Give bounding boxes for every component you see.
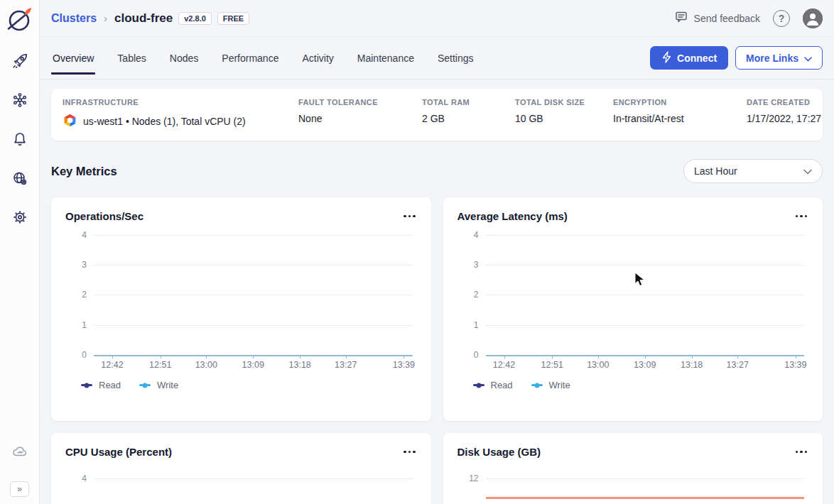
content: INFRASTRUCTURE us-w (40, 80, 834, 504)
info-field-total-ram: TOTAL RAM 2 GB (422, 98, 515, 130)
legend-write[interactable]: Write (531, 380, 570, 390)
chart-average-latency: Average Latency (ms) 4 3 2 1 0 (443, 197, 823, 421)
total-ram-value: 2 GB (422, 113, 515, 124)
x-axis-labels: 12:42 12:51 13:00 13:09 13:18 13:27 13:3… (94, 360, 413, 373)
legend-read[interactable]: Read (81, 380, 121, 390)
infrastructure-value: us-west1 • Nodes (1), Total vCPU (2) (83, 116, 246, 127)
plan-badge: FREE (217, 12, 249, 25)
send-feedback-button[interactable]: Send feedback (674, 10, 760, 26)
brand-logo-icon[interactable] (4, 4, 36, 35)
info-field-encryption: ENCRYPTION In-transit/At-rest (613, 98, 747, 130)
field-label: FAULT TOLERANCE (298, 98, 422, 106)
chart-title: CPU Usage (Percent) (65, 446, 172, 458)
chart-menu-icon[interactable] (794, 212, 809, 221)
chart-title: Operations/Sec (65, 210, 143, 222)
time-range-value: Last Hour (694, 165, 737, 177)
fault-tolerance-value: None (298, 113, 422, 124)
info-field-infrastructure: INFRASTRUCTURE us-w (63, 98, 298, 130)
sidebar-expand-button[interactable]: » (10, 481, 29, 497)
legend-read[interactable]: Read (473, 380, 513, 390)
cloud-icon[interactable] (9, 442, 31, 463)
time-range-select[interactable]: Last Hour (683, 159, 823, 183)
total-disk-value: 10 GB (515, 113, 613, 124)
read-series-marker (81, 384, 92, 386)
info-field-total-disk: TOTAL DISK SIZE 10 GB (515, 98, 613, 130)
tab-tables[interactable]: Tables (116, 37, 147, 79)
tab-performance[interactable]: Performance (220, 37, 280, 79)
write-series-marker (139, 384, 151, 386)
tab-nodes[interactable]: Nodes (168, 37, 200, 79)
chevron-down-icon (803, 165, 812, 177)
sidebar-nav (9, 50, 31, 228)
send-feedback-label: Send feedback (694, 13, 760, 24)
globe-settings-icon[interactable] (9, 168, 31, 189)
tab-bar: Overview Tables Nodes Performance Activi… (40, 37, 834, 80)
chart-legend: Read Write (81, 380, 417, 390)
field-label: DATE CREATED (747, 98, 811, 106)
info-field-fault-tolerance: FAULT TOLERANCE None (298, 98, 422, 130)
feedback-chat-icon (674, 10, 688, 26)
cluster-network-icon[interactable] (9, 89, 31, 111)
key-metrics-heading: Key Metrics (51, 165, 117, 178)
breadcrumb-separator: › (104, 12, 107, 24)
version-badge: v2.8.0 (178, 12, 212, 25)
chart-plot-area: 4 3 2 1 0 12:42 12:5 (65, 235, 417, 356)
cluster-name: cloud-free (114, 11, 173, 26)
user-avatar[interactable] (803, 9, 823, 28)
sidebar: » (0, 0, 40, 504)
x-axis-labels: 12:42 12:51 13:00 13:09 13:18 13:27 13:3… (486, 360, 805, 373)
gcp-icon (63, 113, 77, 130)
chart-plot-area: 12 (457, 469, 809, 504)
app-root: » Clusters › cloud-free v2.8.0 FREE (0, 0, 834, 504)
help-icon[interactable]: ? (773, 10, 790, 27)
chart-title: Disk Usage (GB) (457, 446, 541, 458)
chart-cpu-usage: CPU Usage (Percent) 4 (51, 433, 431, 504)
info-field-date-created: DATE CREATED 1/17/2022, 17:27 (747, 98, 811, 130)
field-label: ENCRYPTION (613, 98, 747, 106)
chart-menu-icon[interactable] (794, 448, 809, 456)
more-links-label: More Links (746, 53, 798, 64)
more-links-button[interactable]: More Links (735, 46, 823, 70)
field-label: TOTAL RAM (422, 98, 515, 106)
disk-capacity-line (486, 497, 805, 499)
chart-menu-icon[interactable] (402, 448, 417, 456)
connect-button[interactable]: Connect (650, 46, 728, 70)
tab-maintenance[interactable]: Maintenance (356, 37, 416, 79)
chart-plot-area: 4 (65, 469, 417, 504)
field-label: INFRASTRUCTURE (63, 98, 298, 106)
cluster-info-card: INFRASTRUCTURE us-w (51, 89, 823, 141)
bell-icon[interactable] (9, 128, 31, 150)
chart-menu-icon[interactable] (402, 212, 417, 221)
read-series-marker (473, 384, 484, 386)
lightning-icon (661, 51, 672, 65)
chart-legend: Read Write (473, 380, 809, 390)
chart-plot-area: 4 3 2 1 0 12:42 12:5 (457, 235, 809, 356)
top-bar: Clusters › cloud-free v2.8.0 FREE Send f… (40, 0, 834, 37)
gear-icon[interactable] (9, 207, 31, 228)
connect-label: Connect (677, 53, 717, 64)
date-created-value: 1/17/2022, 17:27 (747, 113, 811, 124)
tab-activity[interactable]: Activity (300, 37, 335, 79)
chart-disk-usage: Disk Usage (GB) 12 (443, 433, 823, 504)
breadcrumb-clusters-link[interactable]: Clusters (51, 12, 97, 25)
chart-title: Average Latency (ms) (457, 210, 568, 222)
tab-overview[interactable]: Overview (51, 37, 95, 79)
encryption-value: In-transit/At-rest (613, 113, 747, 124)
legend-write[interactable]: Write (139, 380, 178, 390)
rocket-icon[interactable] (9, 50, 31, 72)
write-series-marker (531, 384, 543, 386)
field-label: TOTAL DISK SIZE (515, 98, 613, 106)
tabs: Overview Tables Nodes Performance Activi… (51, 37, 496, 79)
tab-settings[interactable]: Settings (436, 37, 475, 79)
chart-operations-per-sec: Operations/Sec 4 3 2 1 0 (51, 197, 431, 421)
chevron-down-icon (804, 53, 812, 64)
